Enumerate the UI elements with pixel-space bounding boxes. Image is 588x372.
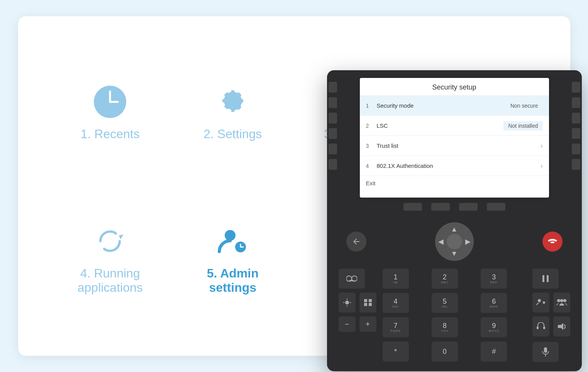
main-card: 1. Recents 2. Settings (18, 16, 570, 356)
menu-value-lsc: Not installed (503, 121, 542, 130)
key-8-num: 8 (443, 322, 447, 329)
keypad-left-column: − + (339, 269, 376, 362)
side-btn-4[interactable] (329, 128, 337, 139)
svg-rect-15 (364, 299, 367, 302)
side-btn-1[interactable] (329, 82, 337, 93)
app-brightness-row (339, 293, 376, 313)
svg-marker-4 (119, 235, 124, 239)
key-9-sub: WXYZ (489, 329, 499, 333)
menu-arrow-trust-list: › (541, 142, 542, 149)
dpad-center-btn[interactable] (447, 234, 462, 249)
brightness-button[interactable] (339, 293, 356, 313)
dpad-area: ▲ ▼ ◀ ▶ (327, 215, 582, 269)
refresh-icon (93, 224, 127, 259)
menu-value-security-mode: Non secure (506, 101, 543, 110)
key-3-num: 3 (492, 274, 496, 281)
exit-button[interactable]: Exit (366, 180, 376, 186)
key-8[interactable]: 8 TUV (432, 317, 458, 337)
key-4[interactable]: 4 GHI (383, 293, 409, 313)
apps-button[interactable] (359, 293, 376, 313)
menu-item-8021x[interactable]: 4 802.1X Authentication › (360, 156, 549, 176)
plus-minus-row: − + (339, 316, 376, 332)
menu-num-2: 2 (366, 123, 374, 129)
grid-item-settings: 2. Settings (171, 39, 294, 186)
headset-button[interactable] (532, 316, 549, 336)
end-call-button[interactable] (542, 232, 563, 252)
side-btn-r1[interactable] (572, 82, 580, 93)
grid-label-recents: 1. Recents (81, 127, 140, 141)
transfer-conf-row (532, 293, 570, 313)
key-7-sub: PQRS (390, 329, 401, 333)
svg-rect-29 (544, 347, 547, 353)
menu-label-security-mode: Security mode (377, 102, 506, 109)
key-8-sub: TUV (441, 329, 448, 333)
side-btn-5[interactable] (329, 144, 337, 154)
dpad-control[interactable]: ▲ ▼ ◀ ▶ (435, 222, 474, 261)
back-button[interactable] (346, 232, 366, 252)
dpad-down[interactable]: ▼ (451, 250, 458, 258)
key-3[interactable]: 3 DEF (481, 269, 507, 289)
dpad-up[interactable]: ▲ (451, 225, 458, 233)
key-0[interactable]: 0 (432, 342, 458, 362)
side-btn-3[interactable] (329, 113, 337, 123)
key-6-num: 6 (492, 298, 496, 305)
svg-point-10 (345, 301, 349, 304)
menu-item-trust-list[interactable]: 3 Trust list › (360, 136, 549, 156)
svg-rect-19 (542, 275, 544, 282)
voicemail-button[interactable] (339, 269, 365, 289)
nav-btn-1[interactable] (403, 203, 422, 211)
side-btn-r5[interactable] (572, 144, 580, 154)
side-btn-r4[interactable] (572, 128, 580, 139)
menu-item-lsc[interactable]: 2 LSC Not installed (360, 116, 549, 136)
key-7[interactable]: 7 PQRS (383, 317, 409, 337)
nav-buttons-row (403, 203, 505, 211)
plus-button[interactable]: + (359, 316, 376, 332)
minus-button[interactable]: − (339, 316, 356, 332)
dpad-right[interactable]: ▶ (465, 237, 471, 246)
nav-btn-3[interactable] (459, 203, 478, 211)
side-btn-r6[interactable] (572, 159, 580, 170)
side-btn-r2[interactable] (572, 97, 580, 108)
speaker-button[interactable] (553, 316, 570, 336)
key-2[interactable]: 2 ABC (432, 269, 458, 289)
menu-arrow-8021x: › (541, 162, 542, 169)
transfer-button[interactable] (532, 293, 549, 313)
key-1[interactable]: 1 /@ (383, 269, 409, 289)
gear-icon (215, 85, 250, 119)
key-9[interactable]: 9 WXYZ (481, 317, 507, 337)
side-btn-6[interactable] (329, 159, 337, 170)
key-6[interactable]: 6 MNO (481, 293, 507, 313)
key-1-sub: /@ (393, 281, 398, 284)
keypad-right-column (532, 269, 570, 362)
refresh-icon-container (93, 224, 127, 259)
grid-item-admin-settings: 5. Adminsettings (171, 186, 294, 333)
key-5[interactable]: 5 JKL (432, 293, 458, 313)
conference-button[interactable] (553, 293, 570, 313)
admin-icon-container (215, 224, 250, 259)
svg-point-25 (560, 299, 563, 302)
nav-btn-4[interactable] (487, 203, 505, 211)
menu-item-security-mode[interactable]: 1 Security mode Non secure (360, 96, 549, 116)
keypad: − + 1 /@ 2 ABC 3 DEF 4 (327, 269, 582, 362)
menu-label-8021x: 802.1X Authentication (377, 162, 541, 169)
key-4-num: 4 (393, 298, 397, 305)
key-hash[interactable]: # (481, 342, 507, 362)
svg-point-24 (563, 299, 566, 302)
svg-rect-20 (547, 275, 549, 282)
svg-point-5 (225, 230, 236, 241)
grid-label-running-apps: 4. Runningapplications (78, 266, 143, 295)
keypad-main: 1 /@ 2 ABC 3 DEF 4 GHI 5 JKL (383, 269, 526, 362)
hold-button[interactable] (532, 269, 559, 289)
key-6-sub: MNO (490, 305, 498, 308)
side-btn-r3[interactable] (572, 113, 580, 123)
mute-button[interactable] (532, 342, 559, 362)
key-4-sub: GHI (392, 305, 399, 308)
svg-point-21 (538, 299, 541, 302)
side-btn-2[interactable] (329, 97, 337, 108)
grid-label-settings: 2. Settings (203, 127, 262, 141)
key-star[interactable]: * (383, 342, 409, 362)
svg-rect-27 (543, 326, 545, 329)
nav-btn-2[interactable] (431, 203, 450, 211)
grid-item-running-apps: 4. Runningapplications (49, 186, 172, 333)
dpad-left[interactable]: ◀ (438, 237, 444, 246)
